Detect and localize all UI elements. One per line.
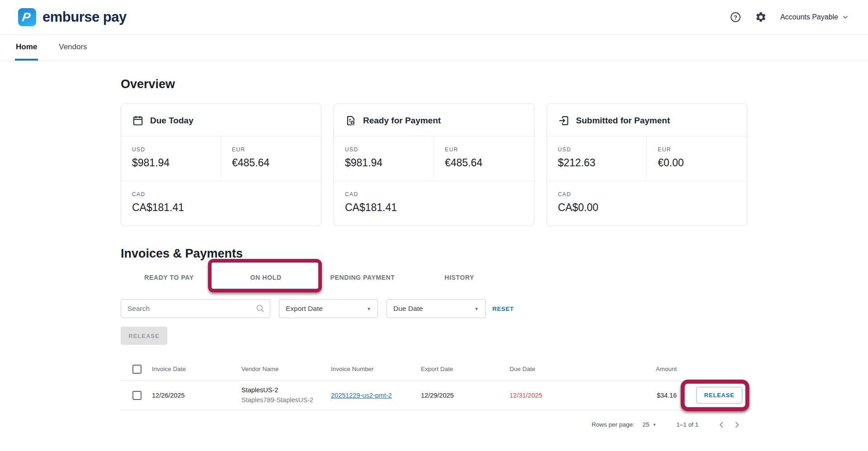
card-title: Ready for Payment: [363, 116, 441, 126]
pagination-bar: Rows per page: 25 ▼ 1–1 of 1: [121, 415, 747, 435]
currency-label: EUR: [445, 146, 523, 153]
card-ready-for-payment: $ Ready for Payment USD $981.94 EUR €485…: [334, 103, 534, 226]
column-header-actions: [678, 358, 747, 381]
app-header: P emburse pay ? Accounts Payable: [0, 0, 868, 35]
currency-label: USD: [345, 146, 423, 153]
tab-pending-payment[interactable]: PENDING PAYMENT: [314, 264, 411, 291]
emburse-logo-icon: P: [18, 8, 36, 26]
rows-per-page-label: Rows per page:: [592, 421, 635, 428]
due-date-select-label: Due Date: [393, 305, 423, 313]
amount-cell: EUR €485.64: [434, 136, 534, 181]
tab-history[interactable]: HISTORY: [411, 264, 508, 291]
cell-export-date: 12/29/2025: [421, 381, 509, 410]
submit-arrow-icon: [558, 115, 570, 127]
amount-value: CA$0.00: [558, 202, 736, 214]
column-header-invoice-number: Invoice Number: [331, 358, 421, 381]
due-date-select[interactable]: Due Date ▼: [387, 299, 486, 318]
amount-value: €485.64: [232, 157, 310, 169]
caret-down-icon: ▼: [474, 306, 479, 311]
account-menu[interactable]: Accounts Payable: [780, 13, 849, 21]
primary-nav: Home Vendors: [0, 35, 868, 61]
column-header-due-date: Due Date: [509, 358, 624, 381]
cell-amount: $34.16: [624, 381, 678, 410]
invoice-number-link[interactable]: 20251229-us2-pmt-2: [331, 392, 392, 399]
currency-label: CAD: [558, 191, 736, 197]
column-header-export-date: Export Date: [421, 358, 509, 381]
calendar-icon: [132, 115, 144, 127]
search-box: [121, 299, 270, 318]
logo-text: emburse pay: [42, 9, 127, 25]
row-checkbox[interactable]: [132, 391, 142, 400]
export-date-select-label: Export Date: [286, 305, 323, 313]
table-row: 12/26/2025 StaplesUS-2 Staples789-Staple…: [121, 381, 747, 410]
amount-cell: CAD CA$181.41: [334, 181, 534, 226]
invoices-table: Invoice Date Vendor Name Invoice Number …: [121, 358, 747, 410]
nav-tab-home[interactable]: Home: [15, 35, 38, 61]
amount-value: €485.64: [445, 157, 523, 169]
main-content: Overview Due Today USD $981.94 EUR €485.…: [121, 77, 747, 435]
previous-page-button[interactable]: [714, 417, 729, 432]
currency-label: CAD: [132, 191, 310, 197]
tab-on-hold[interactable]: ON HOLD: [217, 264, 314, 291]
cell-vendor: StaplesUS-2 Staples789-StaplesUS-2: [241, 381, 331, 410]
amount-value: $981.94: [345, 157, 423, 169]
currency-label: USD: [132, 146, 210, 153]
header-actions: ? Accounts Payable: [730, 11, 849, 23]
amount-value: CA$181.41: [132, 202, 310, 214]
invoice-dollar-icon: $: [345, 115, 357, 127]
chevron-down-icon: [842, 14, 849, 21]
settings-gear-icon[interactable]: [755, 11, 767, 23]
invoices-tabs: READY TO PAY ON HOLD PENDING PAYMENT HIS…: [121, 264, 747, 291]
currency-label: USD: [558, 146, 636, 153]
svg-text:$: $: [352, 121, 354, 125]
overview-title: Overview: [121, 77, 747, 91]
nav-tab-vendors[interactable]: Vendors: [58, 35, 88, 61]
amount-value: $981.94: [132, 157, 210, 169]
amount-cell: CAD CA$181.41: [121, 181, 321, 226]
column-header-invoice-date: Invoice Date: [152, 358, 241, 381]
rows-per-page-value: 25: [642, 421, 649, 428]
column-header-vendor-name: Vendor Name: [241, 358, 331, 381]
card-title: Submitted for Payment: [576, 116, 670, 126]
next-page-button[interactable]: [729, 417, 745, 432]
amount-value: €0.00: [658, 157, 736, 169]
tab-ready-to-pay[interactable]: READY TO PAY: [121, 264, 217, 291]
invoices-payments-title: Invoices & Payments: [121, 247, 747, 261]
emburse-pay-logo[interactable]: P emburse pay: [18, 8, 127, 26]
search-icon: [255, 304, 265, 313]
caret-down-icon: ▼: [652, 423, 656, 427]
search-input[interactable]: [121, 299, 270, 318]
amount-cell: EUR €0.00: [647, 136, 747, 181]
caret-down-icon: ▼: [367, 306, 371, 311]
overview-cards: Due Today USD $981.94 EUR €485.64 CAD CA…: [121, 103, 747, 226]
column-header-amount: Amount: [624, 358, 678, 381]
export-date-select[interactable]: Export Date ▼: [279, 299, 378, 318]
help-icon[interactable]: ?: [730, 11, 741, 23]
rows-per-page-select[interactable]: 25 ▼: [642, 421, 656, 428]
vendor-name: StaplesUS-2: [241, 385, 331, 395]
amount-cell: USD $981.94: [121, 136, 221, 181]
currency-label: EUR: [658, 146, 736, 153]
svg-text:?: ?: [734, 14, 737, 21]
amount-cell: USD $981.94: [334, 136, 434, 181]
reset-filters-button[interactable]: RESET: [492, 305, 514, 312]
filter-bar: Export Date ▼ Due Date ▼ RESET: [121, 299, 747, 318]
amount-value: $212.63: [558, 157, 636, 169]
cell-invoice-date: 12/26/2025: [152, 381, 241, 410]
pagination-range: 1–1 of 1: [676, 421, 698, 428]
table-header-row: Invoice Date Vendor Name Invoice Number …: [121, 358, 747, 381]
row-release-button[interactable]: RELEASE: [696, 387, 742, 404]
cell-due-date-overdue: 12/31/2025: [509, 381, 624, 410]
account-menu-label: Accounts Payable: [780, 13, 838, 21]
card-due-today: Due Today USD $981.94 EUR €485.64 CAD CA…: [121, 103, 321, 226]
amount-cell: CAD CA$0.00: [547, 181, 747, 226]
select-all-checkbox[interactable]: [132, 365, 142, 374]
amount-value: CA$181.41: [345, 202, 523, 214]
bulk-release-button[interactable]: RELEASE: [121, 327, 167, 345]
currency-label: CAD: [345, 191, 523, 197]
cell-actions: RELEASE: [678, 381, 747, 410]
card-title: Due Today: [150, 116, 193, 126]
currency-label: EUR: [232, 146, 310, 153]
vendor-code: Staples789-StaplesUS-2: [241, 395, 331, 405]
amount-cell: EUR €485.64: [221, 136, 321, 181]
